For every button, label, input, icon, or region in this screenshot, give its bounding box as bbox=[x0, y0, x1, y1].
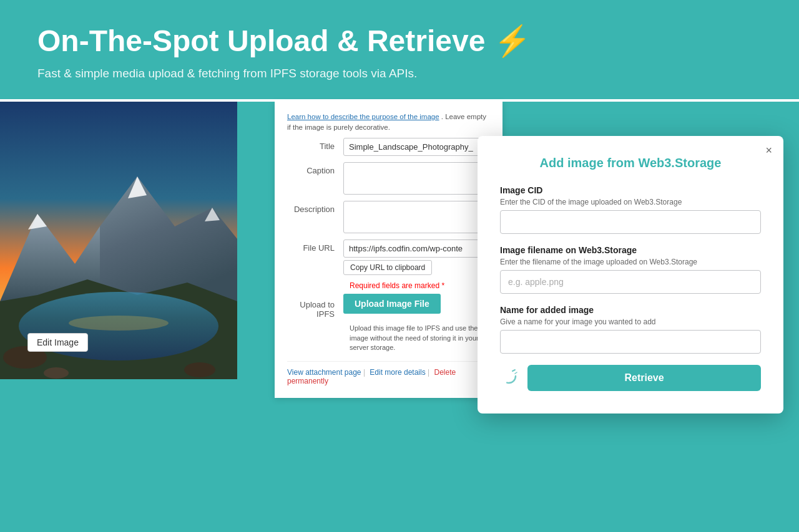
name-hint: Give a name for your image you wanted to… bbox=[500, 317, 761, 326]
spinner-icon bbox=[500, 367, 517, 389]
web3-storage-modal: × Add image from Web3.Storage Image CID … bbox=[478, 136, 783, 414]
filename-hint: Enter the filename of the image uploaded… bbox=[500, 258, 761, 266]
retrieve-button[interactable]: Retrieve bbox=[527, 365, 761, 391]
retrieve-row: Retrieve bbox=[500, 365, 761, 391]
svg-point-13 bbox=[502, 369, 516, 383]
name-label: Name for added image bbox=[500, 305, 761, 315]
name-input[interactable] bbox=[500, 330, 761, 354]
filename-label: Image filename on Web3.Storage bbox=[500, 245, 761, 255]
modal-overlay: × Add image from Web3.Storage Image CID … bbox=[0, 0, 799, 532]
filename-input[interactable] bbox=[500, 270, 761, 294]
modal-close-button[interactable]: × bbox=[765, 145, 772, 156]
cid-field: Image CID Enter the CID of the image upl… bbox=[500, 185, 761, 234]
modal-title: Add image from Web3.Storage bbox=[500, 156, 761, 170]
cid-hint: Enter the CID of the image uploaded on W… bbox=[500, 198, 761, 206]
svg-line-15 bbox=[515, 372, 517, 374]
filename-field: Image filename on Web3.Storage Enter the… bbox=[500, 245, 761, 294]
svg-line-14 bbox=[512, 370, 515, 371]
name-field: Name for added image Give a name for you… bbox=[500, 305, 761, 354]
cid-label: Image CID bbox=[500, 185, 761, 195]
cid-input[interactable] bbox=[500, 210, 761, 234]
